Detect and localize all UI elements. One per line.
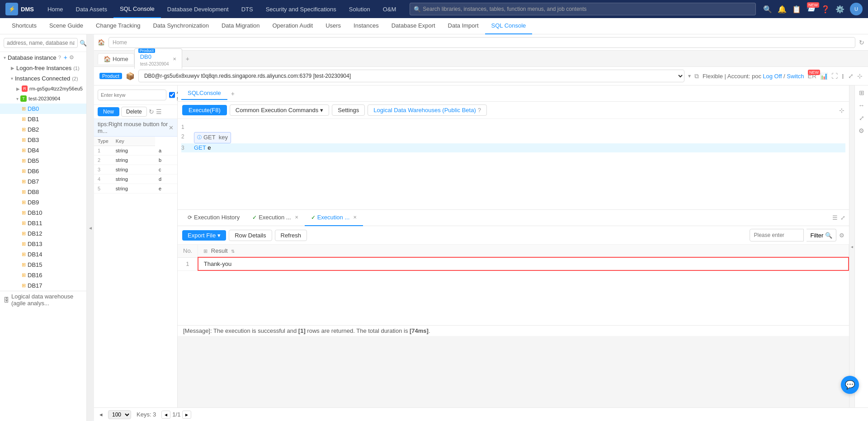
- switch-link[interactable]: Switch: [787, 73, 804, 80]
- db-item-db4[interactable]: ⊞ DB4: [0, 145, 86, 156]
- more-options-button[interactable]: ☰: [156, 108, 162, 115]
- notification-button[interactable]: 🔔: [778, 5, 787, 14]
- help-icon[interactable]: ?: [58, 55, 61, 60]
- subnav-data-import[interactable]: Data Import: [442, 18, 485, 34]
- right-panel-toggle[interactable]: ◂: [849, 85, 854, 407]
- nav-database-dev[interactable]: Database Development: [161, 0, 235, 18]
- db-item-db12[interactable]: ⊞ DB12: [0, 228, 86, 239]
- next-page-button[interactable]: ▸: [182, 411, 191, 419]
- db-item-db5[interactable]: ⊞ DB5: [0, 156, 86, 166]
- export-file-button[interactable]: Export File ▾: [182, 230, 226, 241]
- filter-button[interactable]: Filter 🔍: [807, 229, 836, 241]
- db-item-db10[interactable]: ⊞ DB10: [0, 208, 86, 218]
- db-item-db9[interactable]: ⊞ DB9: [0, 197, 86, 208]
- config-icon[interactable]: ⚙: [69, 54, 74, 61]
- key-search-input[interactable]: [98, 90, 166, 100]
- db-item-db8[interactable]: ⊞ DB8: [0, 187, 86, 197]
- sidebar-search-input[interactable]: [4, 38, 78, 48]
- key-table-row[interactable]: 3 string c: [94, 165, 177, 175]
- add-tab-button[interactable]: +: [182, 53, 193, 64]
- refresh-results-button[interactable]: Refresh: [275, 230, 307, 241]
- delete-key-button[interactable]: Delete: [121, 107, 147, 117]
- common-execution-button[interactable]: Common Execution Commands ▾: [230, 104, 330, 116]
- tab-close-icon[interactable]: ✕: [295, 215, 298, 220]
- db-item-db14[interactable]: ⊞ DB14: [0, 249, 86, 260]
- db-item-db11[interactable]: ⊞ DB11: [0, 218, 86, 228]
- nav-security[interactable]: Security and Specifications: [259, 0, 343, 18]
- row-details-button[interactable]: Row Details: [229, 230, 272, 241]
- db-connection-select[interactable]: DB0@r-gs5u6x8xuwyv t0q8qn.redis.singapor…: [138, 70, 684, 82]
- tab-execution-1[interactable]: ✓ Execution ... ✕: [246, 210, 305, 226]
- help-button[interactable]: ❓: [821, 5, 830, 14]
- instances-connected-section[interactable]: ▾ Instances Connected (2): [0, 73, 86, 84]
- prev-page-button[interactable]: ◂: [161, 411, 170, 419]
- expand-icon[interactable]: ⛶: [831, 72, 838, 80]
- tab-close-icon[interactable]: ✕: [173, 57, 176, 61]
- task-button[interactable]: 📋: [792, 5, 801, 14]
- expand-results-icon[interactable]: ⤢: [840, 214, 845, 221]
- code-editor[interactable]: 1 2 ⓘ GET key 3: [178, 119, 849, 209]
- db-tab-0[interactable]: Product DB0 test-20230904 ✕: [134, 48, 182, 69]
- nav-data-assets[interactable]: Data Assets: [70, 0, 113, 18]
- section-database-instance[interactable]: ▾ Database instance ? + ⚙: [0, 52, 86, 63]
- right-tool-1[interactable]: ⊞: [859, 89, 864, 96]
- execute-button[interactable]: Execute(F8): [182, 105, 227, 115]
- logo[interactable]: ⚡ DMS: [5, 3, 34, 15]
- result-cell[interactable]: Thank-you: [198, 257, 849, 270]
- er-diagram-icon[interactable]: ERNEW: [808, 72, 816, 80]
- search-icon[interactable]: 🔍: [80, 40, 87, 47]
- message-button[interactable]: 📨NEW: [807, 5, 816, 14]
- db-item-db2[interactable]: ⊞ DB2: [0, 124, 86, 135]
- db-item-db13[interactable]: ⊞ DB13: [0, 239, 86, 249]
- sidebar-collapse-button[interactable]: ◂: [87, 34, 94, 421]
- subnav-shortcuts[interactable]: Shortcuts: [5, 18, 43, 34]
- tab-execution-history[interactable]: ⟳ Execution History: [181, 210, 246, 226]
- db-item-db0[interactable]: ⊞ DB0: [0, 104, 86, 114]
- nav-dts[interactable]: DTS: [235, 0, 259, 18]
- expand-panel-icon[interactable]: ⊹: [839, 107, 844, 114]
- nav-om[interactable]: O&M: [377, 0, 403, 18]
- address-input[interactable]: [108, 37, 855, 48]
- tab-execution-2[interactable]: ✓ Execution ... ✕: [305, 210, 363, 226]
- collapse-results-icon[interactable]: ☰: [832, 214, 838, 221]
- key-table-row[interactable]: 4 string d: [94, 175, 177, 184]
- right-tool-4[interactable]: ⚙: [859, 127, 864, 134]
- tab-close-icon[interactable]: ✕: [353, 215, 357, 220]
- nav-sql-console[interactable]: SQL Console: [113, 0, 161, 18]
- page-arrow-left[interactable]: ◂: [99, 411, 103, 418]
- subnav-database-export[interactable]: Database Export: [385, 18, 442, 34]
- logical-warehouse-bottom[interactable]: 🗄 Logical data warehouse (agile analys..…: [0, 291, 86, 308]
- copy-icon[interactable]: ⧉: [694, 72, 699, 80]
- key-table-row[interactable]: 2 string b: [94, 156, 177, 165]
- settings-button[interactable]: Settings: [332, 104, 365, 116]
- nav-home[interactable]: Home: [41, 0, 70, 18]
- db-item-db6[interactable]: ⊞ DB6: [0, 166, 86, 176]
- tips-close-icon[interactable]: ✕: [169, 124, 174, 131]
- right-tool-3[interactable]: ⤢: [859, 114, 864, 122]
- new-key-button[interactable]: New: [98, 107, 119, 116]
- refresh-keys-button[interactable]: ↻: [149, 108, 154, 115]
- key-table-row[interactable]: 1 string a: [94, 146, 177, 156]
- floating-help-button[interactable]: 💬: [841, 376, 859, 394]
- subnav-users[interactable]: Users: [319, 18, 347, 34]
- db-item-db17[interactable]: ⊞ DB17: [0, 280, 86, 291]
- instance-test[interactable]: ▾ T test-20230904: [0, 94, 86, 104]
- ldw-button[interactable]: Logical Data Warehouses (Public Beta) ?: [368, 104, 487, 116]
- db-item-db3[interactable]: ⊞ DB3: [0, 135, 86, 145]
- subnav-operation-audit[interactable]: Operation Audit: [266, 18, 320, 34]
- settings-icon[interactable]: ⚙: [839, 232, 844, 239]
- nav-solution[interactable]: Solution: [343, 0, 377, 18]
- fullscreen-icon[interactable]: ⊹: [857, 72, 863, 80]
- accurate-search-checkbox[interactable]: [169, 90, 175, 100]
- search-button[interactable]: 🔍: [763, 5, 772, 14]
- db-item-db16[interactable]: ⊞ DB16: [0, 270, 86, 280]
- chevron-down-icon[interactable]: ▾: [688, 73, 691, 79]
- maximize-icon[interactable]: ⤢: [848, 72, 854, 80]
- subnav-sql-console[interactable]: SQL Console: [485, 18, 533, 34]
- db-item-db7[interactable]: ⊞ DB7: [0, 176, 86, 187]
- subnav-data-sync[interactable]: Data Synchronization: [146, 18, 215, 34]
- log-off-link[interactable]: Log Off: [763, 73, 782, 80]
- user-avatar[interactable]: U: [850, 3, 863, 15]
- rows-per-page-select[interactable]: 100: [108, 410, 131, 419]
- right-tool-2[interactable]: ↔: [859, 102, 865, 109]
